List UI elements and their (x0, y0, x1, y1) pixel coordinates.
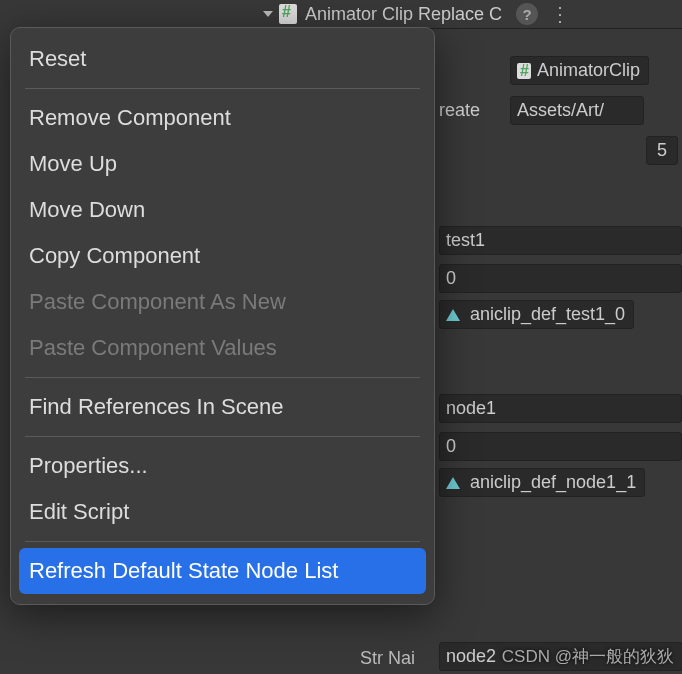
foldout-icon[interactable] (263, 11, 273, 17)
menu-move-up[interactable]: Move Up (11, 141, 434, 187)
menu-separator (25, 88, 420, 89)
component-title: Animator Clip Replace C (305, 4, 502, 25)
menu-refresh-default-state-node-list[interactable]: Refresh Default State Node List (19, 548, 426, 594)
menu-copy-component[interactable]: Copy Component (11, 233, 434, 279)
create-path-field[interactable]: Assets/Art/ (510, 96, 644, 125)
element-num-field[interactable]: 0 (439, 264, 682, 293)
animation-clip-icon (446, 477, 460, 489)
element-num-field[interactable]: 0 (439, 432, 682, 461)
menu-find-references[interactable]: Find References In Scene (11, 384, 434, 430)
element-name-field[interactable]: test1 (439, 226, 682, 255)
menu-separator (25, 541, 420, 542)
menu-paste-values: Paste Component Values (11, 325, 434, 371)
script-icon (279, 4, 297, 24)
menu-separator (25, 377, 420, 378)
element-name-field[interactable]: node1 (439, 394, 682, 423)
component-header[interactable]: Animator Clip Replace C ? ⋮ (260, 0, 682, 29)
menu-dots-icon[interactable]: ⋮ (550, 2, 570, 26)
animation-clip-icon (446, 309, 460, 321)
menu-separator (25, 436, 420, 437)
menu-edit-script[interactable]: Edit Script (11, 489, 434, 535)
menu-properties[interactable]: Properties... (11, 443, 434, 489)
str-name-label: Str Nai (360, 648, 415, 669)
context-menu: Reset Remove Component Move Up Move Down… (10, 27, 435, 605)
script-name: AnimatorClip (537, 60, 640, 81)
menu-paste-as-new: Paste Component As New (11, 279, 434, 325)
help-icon[interactable]: ? (516, 3, 538, 25)
menu-remove-component[interactable]: Remove Component (11, 95, 434, 141)
count-field[interactable]: 5 (646, 136, 678, 165)
watermark: CSDN @神一般的狄狄 (502, 645, 674, 668)
menu-reset[interactable]: Reset (11, 36, 434, 82)
script-icon (517, 63, 531, 79)
clip-field[interactable]: aniclip_def_node1_1 (439, 468, 645, 497)
script-field[interactable]: AnimatorClip (510, 56, 649, 85)
create-label: reate (439, 100, 480, 121)
menu-move-down[interactable]: Move Down (11, 187, 434, 233)
clip-field[interactable]: aniclip_def_test1_0 (439, 300, 634, 329)
